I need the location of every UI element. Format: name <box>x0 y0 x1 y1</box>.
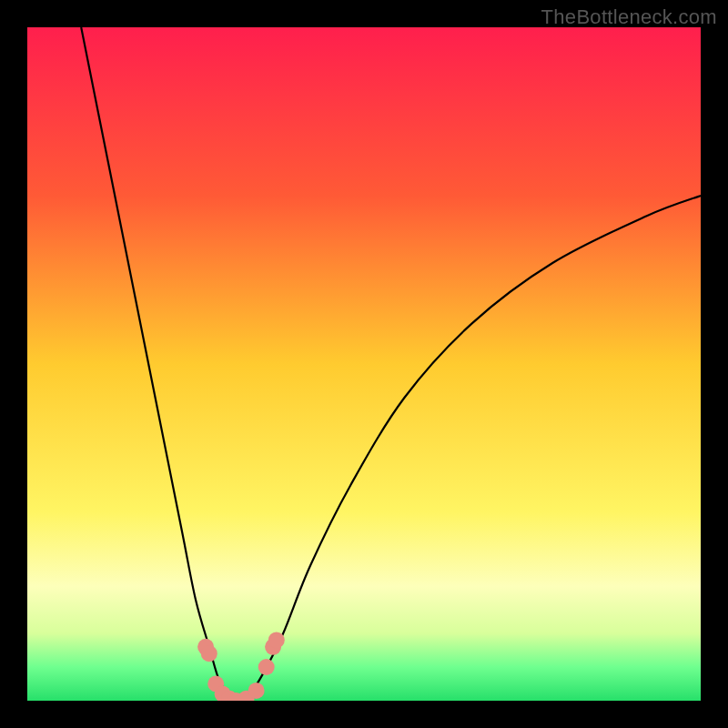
chart-frame: TheBottleneck.com <box>0 0 728 728</box>
data-marker <box>201 645 217 662</box>
data-marker <box>258 659 275 675</box>
curve-right <box>236 196 701 701</box>
curve-markers <box>197 632 285 701</box>
data-marker <box>268 632 285 648</box>
plot-area <box>27 27 701 701</box>
curve-left <box>81 27 236 701</box>
watermark-text: TheBottleneck.com <box>541 5 717 29</box>
data-marker <box>248 682 265 699</box>
curve-overlay <box>27 27 701 701</box>
